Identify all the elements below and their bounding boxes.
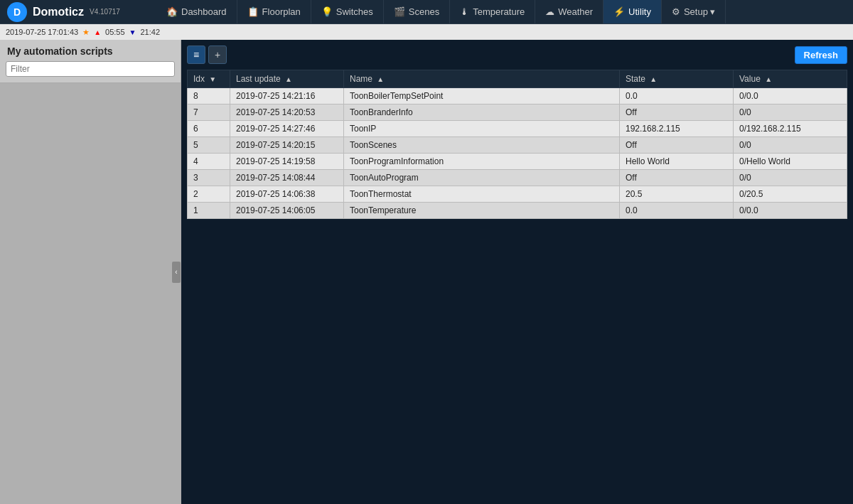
cell-value: 0/192.168.2.115 xyxy=(734,121,847,137)
filter-input[interactable] xyxy=(6,61,175,77)
table-row[interactable]: 52019-07-25 14:20:15ToonScenesOff0/0 xyxy=(188,137,847,154)
add-button[interactable]: + xyxy=(208,45,227,64)
cell-name: ToonAutoProgram xyxy=(344,170,620,186)
table-row[interactable]: 72019-07-25 14:20:53ToonBranderInfoOff0/… xyxy=(188,104,847,121)
cell-name: ToonScenes xyxy=(344,137,620,154)
nav-label-scenes: Scenes xyxy=(409,6,439,17)
cell-value: 0/0 xyxy=(734,170,847,186)
cell-state: 0.0 xyxy=(620,203,734,219)
nav-item-setup[interactable]: ⚙Setup ▾ xyxy=(662,0,726,23)
cell-state: Off xyxy=(620,137,734,154)
status-bar: 2019-07-25 17:01:43 ★ ▲ 05:55 ▼ 21:42 xyxy=(0,24,853,40)
table-row[interactable]: 32019-07-25 14:08:44ToonAutoProgramOff0/… xyxy=(188,170,847,186)
floorplan-nav-icon: 📋 xyxy=(247,6,259,17)
switches-nav-icon: 💡 xyxy=(321,6,333,17)
nav-label-weather: Weather xyxy=(558,6,593,17)
cell-lastupdate: 2019-07-25 14:27:46 xyxy=(230,121,344,137)
nav-item-weather[interactable]: ☁Weather xyxy=(535,0,603,23)
app-name: Domoticz xyxy=(33,6,84,18)
nav-item-scenes[interactable]: 🎬Scenes xyxy=(384,0,450,23)
table-body: 82019-07-25 14:21:16ToonBoilerTempSetPoi… xyxy=(188,88,847,219)
nav-item-dashboard[interactable]: 🏠Dashboard xyxy=(156,0,237,23)
toolbar-left: ≡ + xyxy=(187,45,227,64)
weather-nav-icon: ☁ xyxy=(545,6,554,17)
table-row[interactable]: 12019-07-25 14:06:05ToonTemperature0.00/… xyxy=(188,203,847,219)
cell-idx: 1 xyxy=(188,203,230,219)
cell-idx: 4 xyxy=(188,154,230,170)
cell-name: ToonThermostat xyxy=(344,186,620,203)
nav-item-temperature[interactable]: 🌡Temperature xyxy=(450,0,535,23)
nav-label-utility: Utility xyxy=(628,6,651,17)
cell-lastupdate: 2019-07-25 14:19:58 xyxy=(230,154,344,170)
cell-name: ToonBranderInfo xyxy=(344,104,620,121)
cell-state: 0.0 xyxy=(620,88,734,104)
nav-label-temperature: Temperature xyxy=(473,6,525,17)
cell-state: Off xyxy=(620,170,734,186)
cell-state: Off xyxy=(620,104,734,121)
dashboard-nav-icon: 🏠 xyxy=(166,6,178,17)
top-navigation: D Domoticz V4.10717 🏠Dashboard📋Floorplan… xyxy=(0,0,853,24)
refresh-button[interactable]: Refresh xyxy=(795,46,847,64)
nav-label-switches: Switches xyxy=(336,6,373,17)
list-view-button[interactable]: ≡ xyxy=(187,45,205,64)
sidebar-resize-handle[interactable]: ‹ xyxy=(172,262,181,283)
col-header-value[interactable]: Value ▲ xyxy=(734,70,847,88)
nav-label-floorplan: Floorplan xyxy=(262,6,301,17)
cell-value: 0/Hello World xyxy=(734,154,847,170)
cell-value: 0/0.0 xyxy=(734,88,847,104)
cell-lastupdate: 2019-07-25 14:06:38 xyxy=(230,186,344,203)
cell-lastupdate: 2019-07-25 14:21:16 xyxy=(230,88,344,104)
cell-state: 20.5 xyxy=(620,186,734,203)
cell-lastupdate: 2019-07-25 14:20:15 xyxy=(230,137,344,154)
cell-lastupdate: 2019-07-25 14:20:53 xyxy=(230,104,344,121)
nav-item-floorplan[interactable]: 📋Floorplan xyxy=(237,0,311,23)
sidebar-title: My automation scripts xyxy=(0,40,181,61)
table-header: Idx ▼ Last update ▲ Name ▲ State ▲ Value… xyxy=(188,70,847,88)
cell-name: ToonBoilerTempSetPoint xyxy=(344,88,620,104)
sidebar: My automation scripts ‹ xyxy=(0,40,181,504)
datetime-text: 2019-07-25 17:01:43 xyxy=(6,28,78,36)
cell-idx: 8 xyxy=(188,88,230,104)
data-table: Idx ▼ Last update ▲ Name ▲ State ▲ Value… xyxy=(187,70,847,219)
nav-menu: 🏠Dashboard📋Floorplan💡Switches🎬Scenes🌡Tem… xyxy=(156,0,726,23)
cell-lastupdate: 2019-07-25 14:08:44 xyxy=(230,170,344,186)
setup-nav-icon: ⚙ xyxy=(672,6,680,17)
col-header-idx[interactable]: Idx ▼ xyxy=(188,70,230,88)
sun-icon: ★ xyxy=(82,28,90,37)
cell-value: 0/0 xyxy=(734,104,847,121)
nav-label-dashboard: Dashboard xyxy=(181,6,227,17)
cell-lastupdate: 2019-07-25 14:06:05 xyxy=(230,203,344,219)
cell-name: ToonIP xyxy=(344,121,620,137)
app-logo: D xyxy=(7,2,27,22)
content-toolbar: ≡ + Refresh xyxy=(187,45,847,64)
col-header-name[interactable]: Name ▲ xyxy=(344,70,620,88)
table-row[interactable]: 62019-07-25 14:27:46ToonIP192.168.2.1150… xyxy=(188,121,847,137)
temperature-nav-icon: 🌡 xyxy=(460,6,469,17)
table-row[interactable]: 22019-07-25 14:06:38ToonThermostat20.50/… xyxy=(188,186,847,203)
table-row[interactable]: 82019-07-25 14:21:16ToonBoilerTempSetPoi… xyxy=(188,88,847,104)
main-layout: My automation scripts ‹ ≡ + Refresh Idx … xyxy=(0,40,853,504)
cell-state: 192.168.2.115 xyxy=(620,121,734,137)
scenes-nav-icon: 🎬 xyxy=(394,6,405,17)
utility-nav-icon: ⚡ xyxy=(613,6,625,17)
table-row[interactable]: 42019-07-25 14:19:58ToonProgramInformati… xyxy=(188,154,847,170)
cell-idx: 3 xyxy=(188,170,230,186)
sunrise-arrow: ▲ xyxy=(94,28,101,36)
col-header-state[interactable]: State ▲ xyxy=(620,70,734,88)
cell-state: Hello World xyxy=(620,154,734,170)
cell-idx: 7 xyxy=(188,104,230,121)
logo-area: D Domoticz V4.10717 xyxy=(0,2,156,22)
cell-idx: 6 xyxy=(188,121,230,137)
cell-idx: 2 xyxy=(188,186,230,203)
cell-value: 0/0 xyxy=(734,137,847,154)
content-area: ≡ + Refresh Idx ▼ Last update ▲ Name ▲ S… xyxy=(181,40,853,504)
col-header-lastupdate[interactable]: Last update ▲ xyxy=(230,70,344,88)
sidebar-content xyxy=(0,82,181,504)
sunset-time: 21:42 xyxy=(141,28,161,36)
cell-value: 0/0.0 xyxy=(734,203,847,219)
nav-item-switches[interactable]: 💡Switches xyxy=(311,0,384,23)
nav-item-utility[interactable]: ⚡Utility xyxy=(603,0,662,23)
sunrise-time: 05:55 xyxy=(105,28,125,36)
cell-value: 0/20.5 xyxy=(734,186,847,203)
sunset-arrow: ▼ xyxy=(129,28,136,36)
